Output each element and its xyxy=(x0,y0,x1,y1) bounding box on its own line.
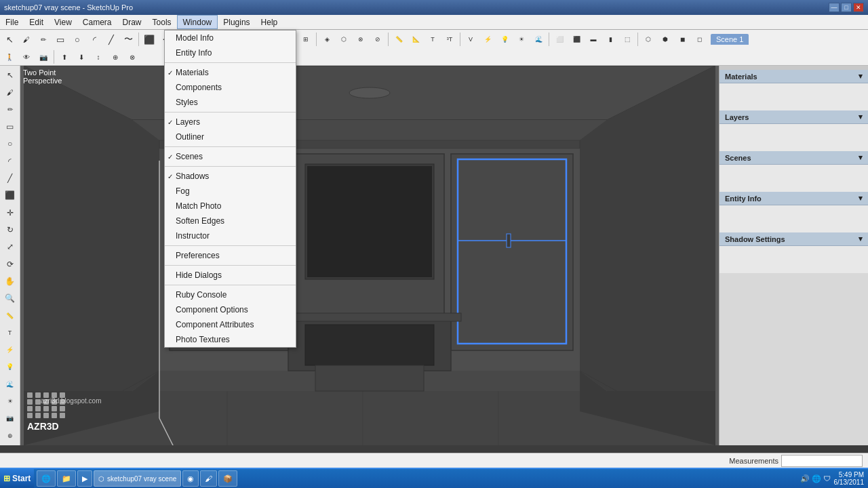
tool-extra2[interactable]: ⬇ xyxy=(73,49,90,65)
tool-intersect[interactable]: ⊗ xyxy=(353,31,369,47)
menu-view[interactable]: View xyxy=(49,15,77,29)
tool-extra3[interactable]: ↕ xyxy=(90,49,106,65)
menu-model-info[interactable]: Model Info xyxy=(165,30,296,45)
scene-tab[interactable]: Scene 1 xyxy=(711,34,749,45)
menu-plugins[interactable]: Plugins xyxy=(218,15,255,29)
menu-camera[interactable]: Camera xyxy=(77,15,117,29)
view-right[interactable]: ▮ xyxy=(602,31,618,47)
menu-component-options[interactable]: Component Options xyxy=(165,302,296,317)
camera-position[interactable]: 📷 xyxy=(35,49,52,65)
lt-paint[interactable]: 🖌 xyxy=(1,84,19,100)
lt-orbit[interactable]: ⟳ xyxy=(1,256,19,272)
tool-vray4[interactable]: ☀ xyxy=(513,31,530,47)
menu-styles[interactable]: Styles xyxy=(165,95,296,110)
view-back[interactable]: ⬚ xyxy=(619,31,635,47)
lt-move[interactable]: ✛ xyxy=(1,205,19,221)
tool-push-pull[interactable]: ⬛ xyxy=(141,31,157,47)
taskbar-ie[interactable]: 🌐 xyxy=(37,470,56,487)
menu-ruby-console[interactable]: Ruby Console xyxy=(165,287,296,302)
tool-eraser[interactable]: ✏ xyxy=(35,31,52,47)
taskbar-start[interactable]: ⊞ Start xyxy=(0,469,34,488)
tool-3d-text[interactable]: ³T xyxy=(441,31,458,47)
tool-vray3[interactable]: 💡 xyxy=(496,31,513,47)
menu-hide-dialogs[interactable]: Hide Dialogs xyxy=(165,268,296,283)
camera-walk[interactable]: 🚶 xyxy=(1,49,18,65)
menu-scenes[interactable]: Scenes xyxy=(165,149,296,164)
tool-vray5[interactable]: 🌊 xyxy=(530,31,547,47)
tool-arc[interactable]: ◜ xyxy=(86,31,102,47)
lt-sun[interactable]: ☀ xyxy=(1,393,19,409)
menu-preferences[interactable]: Preferences xyxy=(165,248,296,263)
taskbar-player[interactable]: ▶ xyxy=(77,470,92,487)
taskbar-archive[interactable]: 📦 xyxy=(218,470,237,487)
lt-vr3[interactable]: 🌊 xyxy=(1,376,19,392)
tool-vray1[interactable]: V xyxy=(462,31,479,47)
menu-fog[interactable]: Fog xyxy=(165,184,296,199)
view-hidden[interactable]: ⬢ xyxy=(657,31,673,47)
lt-eraser[interactable]: ✏ xyxy=(1,102,19,118)
lt-circle[interactable]: ○ xyxy=(1,136,19,152)
maximize-button[interactable]: □ xyxy=(841,3,852,12)
menu-instructor[interactable]: Instructor xyxy=(165,228,296,243)
tool-select[interactable]: ↖ xyxy=(1,31,18,47)
lt-extra1[interactable]: ⊕ xyxy=(1,428,19,444)
tool-freehand[interactable]: 〜 xyxy=(120,31,136,47)
lt-text[interactable]: T xyxy=(1,325,19,341)
panel-layers[interactable]: Layers ▾ xyxy=(719,110,868,124)
lt-select[interactable]: ↖ xyxy=(1,67,19,83)
tool-circle[interactable]: ○ xyxy=(69,31,85,47)
lt-rotate[interactable]: ↻ xyxy=(1,222,19,238)
tool-line[interactable]: ╱ xyxy=(103,31,119,47)
taskbar-chrome[interactable]: ◉ xyxy=(182,470,199,487)
lt-measure[interactable]: 📏 xyxy=(1,307,19,323)
taskbar-paint[interactable]: 🖌 xyxy=(200,470,217,487)
lt-push[interactable]: ⬛ xyxy=(1,187,19,203)
tool-extra1[interactable]: ⬆ xyxy=(56,49,73,65)
menu-component-attributes[interactable]: Component Attributes xyxy=(165,317,296,332)
view-texture[interactable]: ◻ xyxy=(691,31,707,47)
menu-components[interactable]: Components xyxy=(165,80,296,95)
menu-tools[interactable]: Tools xyxy=(147,15,177,29)
panel-scenes[interactable]: Scenes ▾ xyxy=(719,151,868,165)
tool-extra4[interactable]: ⊕ xyxy=(107,49,123,65)
lt-line[interactable]: ╱ xyxy=(1,170,19,186)
lt-vr2[interactable]: 💡 xyxy=(1,359,19,375)
menu-help[interactable]: Help xyxy=(256,15,283,29)
panel-entity-info[interactable]: Entity Info ▾ xyxy=(719,192,868,205)
view-iso[interactable]: ⬜ xyxy=(551,31,568,47)
menu-window[interactable]: Window xyxy=(177,15,218,29)
menu-edit[interactable]: Edit xyxy=(24,15,49,29)
view-front[interactable]: ▬ xyxy=(585,31,601,47)
menu-shadows[interactable]: Shadows xyxy=(165,169,296,184)
taskbar-sketchup[interactable]: ⬡ sketchup07 vray scene xyxy=(94,470,181,487)
minimize-button[interactable]: — xyxy=(829,3,840,12)
panel-shadow-settings[interactable]: Shadow Settings ▾ xyxy=(719,232,868,246)
lt-rect[interactable]: ▭ xyxy=(1,119,19,135)
measurements-input[interactable] xyxy=(781,455,863,467)
menu-photo-textures[interactable]: Photo Textures xyxy=(165,332,296,347)
tool-extra5[interactable]: ⊗ xyxy=(124,49,140,65)
menu-layers[interactable]: Layers xyxy=(165,115,296,129)
panel-materials[interactable]: Materials ▾ xyxy=(719,70,868,83)
tool-protractor[interactable]: 📐 xyxy=(408,31,424,47)
menu-outliner[interactable]: Outliner xyxy=(165,129,296,144)
viewport[interactable]: Two Point Perspective azri3d.blogspot.co… xyxy=(20,66,719,445)
lt-pan[interactable]: ✋ xyxy=(1,273,19,289)
tool-measure[interactable]: 📏 xyxy=(391,31,407,47)
menu-soften-edges[interactable]: Soften Edges xyxy=(165,214,296,228)
camera-look[interactable]: 👁 xyxy=(18,49,35,65)
menu-file[interactable]: File xyxy=(0,15,24,29)
tool-component[interactable]: ◈ xyxy=(319,31,335,47)
menu-entity-info[interactable]: Entity Info xyxy=(165,45,296,60)
lt-arc[interactable]: ◜ xyxy=(1,153,19,169)
close-button[interactable]: ✕ xyxy=(853,3,864,12)
view-top[interactable]: ⬛ xyxy=(568,31,585,47)
tool-group[interactable]: ⬡ xyxy=(336,31,352,47)
menu-materials[interactable]: Materials xyxy=(165,65,296,80)
view-wire[interactable]: ⬡ xyxy=(640,31,656,47)
tool-paint[interactable]: 🖌 xyxy=(18,31,35,47)
view-shade[interactable]: ◼ xyxy=(674,31,690,47)
lt-camera[interactable]: 📷 xyxy=(1,410,19,426)
tool-vray2[interactable]: ⚡ xyxy=(479,31,496,47)
tool-text[interactable]: T xyxy=(425,31,441,47)
